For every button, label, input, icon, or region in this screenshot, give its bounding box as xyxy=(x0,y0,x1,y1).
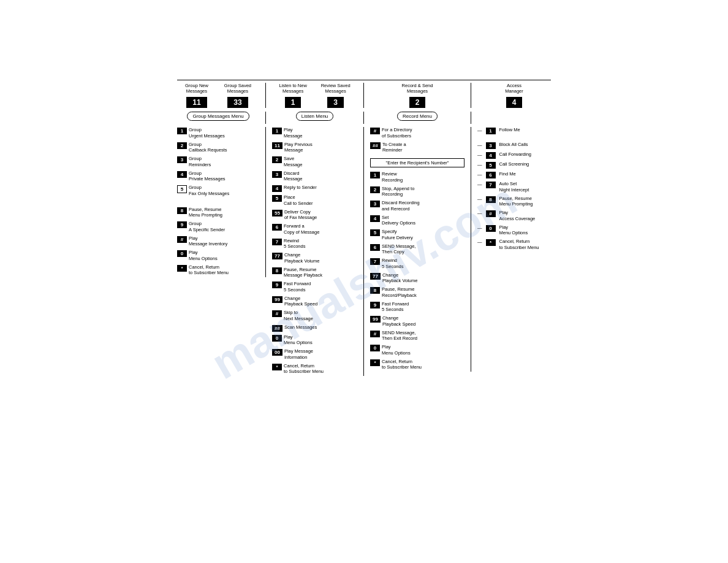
key-6: 6 xyxy=(272,224,282,231)
item-text: Call Screening xyxy=(499,161,529,167)
item-text: To Create aReminder xyxy=(382,142,406,154)
list-item: 9 Fast Forward5 Seconds xyxy=(370,301,464,313)
item-text: PlayMenu Options xyxy=(189,250,218,262)
key-hash: # xyxy=(370,331,380,337)
list-item: * Cancel, Returnto Subscriber Menu xyxy=(370,359,464,371)
list-item: # Skip toNext Message xyxy=(272,310,357,322)
item-text: Pause, ResumeMenu Prompting xyxy=(499,196,533,208)
list-item: 5 PlaceCall to Sender xyxy=(272,194,357,207)
key-8: 8 xyxy=(370,287,380,294)
list-item: 3 DiscardMessage xyxy=(272,170,357,183)
list-item: 2 SaveMessage xyxy=(272,156,357,168)
item-text: ChangePlayback Volume xyxy=(382,272,418,285)
key-hash: # xyxy=(272,310,282,317)
key-1: 1 xyxy=(486,128,496,134)
list-item: # PlayMessage Inventory xyxy=(177,236,259,248)
key-4: 4 xyxy=(272,185,282,192)
list-item: * Cancel, Returnto Subscriber Menu xyxy=(177,264,259,277)
key-00: 00 xyxy=(272,349,282,356)
header-record-send-badge: 2 xyxy=(409,97,426,108)
key-dblhash: ## xyxy=(370,142,381,149)
list-item: 99 ChangePlayback Speed xyxy=(370,315,464,327)
list-item: 5 SpecifyFuture Delivery xyxy=(370,229,464,241)
key-0: 0 xyxy=(177,250,187,257)
item-text: Play PreviousMessage xyxy=(284,142,313,154)
item-text: Fast Forward5 Seconds xyxy=(284,281,311,293)
key-1: 1 xyxy=(370,172,380,178)
item-text: Cancel, Returnto Subscriber Menu xyxy=(189,264,229,277)
item-text: GroupReminders xyxy=(189,156,211,168)
key-7: 7 xyxy=(272,239,282,245)
connector-dash: — xyxy=(477,142,482,148)
list-item: 99 ChangePlayback Speed xyxy=(272,296,357,308)
key-3: 3 xyxy=(486,142,496,149)
key-11: 11 xyxy=(272,142,282,149)
key-star: * xyxy=(272,364,282,370)
list-item: 2 Stop, Append toRecording xyxy=(370,186,464,198)
list-item: 3 GroupReminders xyxy=(177,156,259,168)
list-item: # For a Directoryof Subscribers xyxy=(370,127,464,139)
key-2: 2 xyxy=(272,156,282,163)
list-item: — 1 Follow Me xyxy=(477,127,551,134)
key-55: 55 xyxy=(272,210,282,216)
key-hash: # xyxy=(486,210,496,217)
connector-dash: — xyxy=(477,182,482,187)
group-messages-menu-title: Group Messages Menu xyxy=(187,112,249,121)
key-2: 2 xyxy=(370,186,380,193)
connector-dash: — xyxy=(477,239,482,245)
list-item: — 0 PlayMenu Options xyxy=(477,224,551,237)
item-text: Rewind5 Seconds xyxy=(382,258,403,270)
recipient-prompt: "Enter the Recipient's Number" xyxy=(370,158,464,167)
key-1: 1 xyxy=(177,128,187,134)
item-text: SEND Message,Then Copy xyxy=(382,243,415,256)
key-8: 8 xyxy=(486,196,496,203)
list-item: 4 Reply to Sender xyxy=(272,185,357,192)
item-text: Skip toNext Message xyxy=(284,310,313,322)
item-text: Play MessageInformation xyxy=(284,348,313,361)
item-text: Deliver Copyof Fax Message xyxy=(284,209,317,221)
item-text: Reply to Sender xyxy=(284,185,317,191)
item-text: PlayMenu Options xyxy=(499,224,528,237)
item-text: ChangePlayback Volume xyxy=(284,252,320,264)
item-text: Forward aCopy of Message xyxy=(284,223,319,236)
item-text: Call Forwarding xyxy=(499,151,532,158)
list-item: ## Scan Messages xyxy=(272,324,357,332)
key-9: 9 xyxy=(177,221,187,228)
header-review-saved-badge: 3 xyxy=(327,97,344,108)
header-group-new: Group New Messages 11 xyxy=(185,83,208,108)
access-menu: — 1 Follow Me — 3 Block All Calls — 4 Ca… xyxy=(477,127,551,252)
header-record-send: Record & Send Messages 2 xyxy=(402,83,433,108)
item-text: PlayMessage xyxy=(284,127,302,139)
item-text: Cancel, Returnto Subscriber Menu xyxy=(284,363,324,375)
item-text: Pause, ResumeRecord/Playback xyxy=(382,286,417,299)
access-manager-column: — 1 Follow Me — 3 Block All Calls — 4 Ca… xyxy=(471,127,551,252)
list-item: 55 Deliver Copyof Fax Message xyxy=(272,209,357,221)
key-2: 2 xyxy=(177,142,187,149)
item-text: Rewind5 Seconds xyxy=(284,238,305,250)
list-item: — 5 Call Screening xyxy=(477,161,551,169)
key-6: 6 xyxy=(486,172,496,178)
list-item: 1 PlayMessage xyxy=(272,127,357,139)
list-item: — # PlayAccess Coverage xyxy=(477,210,551,222)
header-group-saved-label: Group Saved Messages xyxy=(224,83,251,94)
item-text: Pause, ResumeMessage Playback xyxy=(284,267,322,279)
connector-dash: — xyxy=(477,196,482,202)
list-item: — 6 Find Me xyxy=(477,171,551,178)
item-text: SaveMessage xyxy=(284,156,302,168)
key-0: 0 xyxy=(486,225,496,232)
key-3: 3 xyxy=(177,156,187,163)
connector-dash: — xyxy=(477,152,482,158)
list-item: 0 PlayMenu Options xyxy=(272,334,357,347)
header-access-mgr-badge: 4 xyxy=(506,97,523,108)
list-item: * Cancel, Returnto Subscriber Menu xyxy=(272,363,357,375)
item-text: ChangePlayback Speed xyxy=(284,296,317,308)
record-menu-title: Record Menu xyxy=(397,112,438,121)
list-item: 4 GroupPrivate Messages xyxy=(177,170,259,183)
list-item: 8 Pause, ResumeMessage Playback xyxy=(272,267,357,279)
record-menu-column: # For a Directoryof Subscribers ## To Cr… xyxy=(364,127,471,372)
key-7: 7 xyxy=(370,258,380,265)
key-hash: # xyxy=(370,128,380,134)
header-group-new-label: Group New Messages xyxy=(185,83,208,94)
listen-menu: 1 PlayMessage 11 Play PreviousMessage 2 … xyxy=(272,127,357,376)
key-5: 5 xyxy=(272,195,282,202)
